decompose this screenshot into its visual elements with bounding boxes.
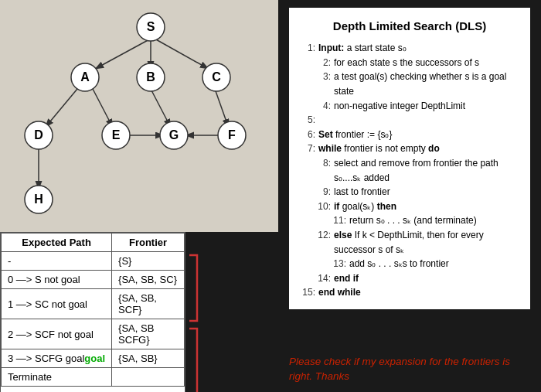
path-cell: 2 —> SCF not goal <box>2 319 112 349</box>
svg-text:D: D <box>34 128 43 141</box>
svg-line-3 <box>46 89 77 126</box>
algo-line-15: 15: end while <box>301 285 518 300</box>
svg-text:S: S <box>147 20 155 33</box>
check-message: Please check if my expansion for the fro… <box>289 355 530 384</box>
frontier-cell: {SA, SB SCFG} <box>112 319 185 349</box>
bracket-svg <box>185 247 201 392</box>
right-panel: Depth Limited Search (DLS) 1: Input: a s… <box>278 0 541 392</box>
table-row: Terminate <box>2 368 185 387</box>
svg-line-5 <box>151 89 170 126</box>
algo-line-13: 13: add s₀ . . . sₖs to frontier <box>332 257 518 271</box>
algo-line-5: 5: <box>301 113 518 128</box>
svg-line-2 <box>155 39 207 68</box>
svg-text:B: B <box>146 70 155 84</box>
svg-text:F: F <box>228 128 236 141</box>
svg-text:A: A <box>80 70 90 84</box>
goal-label: goal <box>84 353 105 364</box>
path-cell: 1 —> SC not goal <box>2 289 112 319</box>
table-row: - {S} <box>2 252 185 271</box>
algo-line-2: 2: for each state s the successors of s <box>317 56 518 70</box>
path-cell: - <box>2 252 112 271</box>
table-container: Expected Path Frontier - {S} 0 —> S not … <box>0 232 278 392</box>
path-table: Expected Path Frontier - {S} 0 —> S not … <box>1 233 185 387</box>
path-cell: 0 —> S not goal <box>2 271 112 289</box>
algorithm-box: Depth Limited Search (DLS) 1: Input: a s… <box>289 8 530 309</box>
path-cell: Terminate <box>2 368 112 387</box>
algo-line-1: 1: Input: a start state s₀ <box>301 41 518 56</box>
algo-line-9: 9: last to frontier <box>317 185 518 199</box>
frontier-cell <box>112 368 185 387</box>
col-header-frontier: Frontier <box>112 233 185 252</box>
svg-text:G: G <box>169 128 179 141</box>
algo-title: Depth Limited Search (DLS) <box>301 17 518 35</box>
algo-line-12: 12: else If k < DepthLimit, then for eve… <box>317 228 518 257</box>
frontier-cell: {SA, SB, SCF} <box>112 289 185 319</box>
table-area: Expected Path Frontier - {S} 0 —> S not … <box>0 232 185 392</box>
algo-line-10: 10: if goal(sₖ) then <box>317 199 518 214</box>
svg-text:E: E <box>112 128 121 141</box>
table-row: 2 —> SCF not goal {SA, SB SCFG} <box>2 319 185 349</box>
graph-svg: S A B C D E G F H <box>0 0 278 232</box>
table-row: 1 —> SC not goal {SA, SB, SCF} <box>2 289 185 319</box>
svg-text:C: C <box>212 70 221 84</box>
table-row: 3 —> SCFG goalgoal {SA, SB} <box>2 349 185 368</box>
svg-text:H: H <box>34 193 43 206</box>
algo-line-8: 8: select and remove from frontier the p… <box>317 156 518 185</box>
algo-line-7: 7: while frontier is not empty do <box>301 141 518 156</box>
frontier-cell: {SA, SB} <box>112 349 185 368</box>
svg-line-6 <box>215 89 228 126</box>
bottom-message-area: Please check if my expansion for the fro… <box>289 347 530 384</box>
algo-line-14: 14: end if <box>317 271 518 286</box>
graph-area: S A B C D E G F H <box>0 0 278 232</box>
table-row: 0 —> S not goal {SA, SB, SC} <box>2 271 185 289</box>
algo-line-11: 11: return s₀ . . . sₖ (and terminate) <box>332 213 518 228</box>
frontier-cell: {SA, SB, SC} <box>112 271 185 289</box>
algo-line-4: 4: non-negative integer DepthLimit <box>317 99 518 114</box>
svg-line-4 <box>93 89 112 126</box>
col-header-path: Expected Path <box>2 233 112 252</box>
svg-line-0 <box>97 39 151 68</box>
algo-line-3: 3: a test goal(s) checking whether s is … <box>317 70 518 98</box>
algo-line-6: 6: Set frontier := {s₀} <box>301 128 518 142</box>
frontier-cell: {S} <box>112 252 185 271</box>
path-cell: 3 —> SCFG goalgoal <box>2 349 112 368</box>
